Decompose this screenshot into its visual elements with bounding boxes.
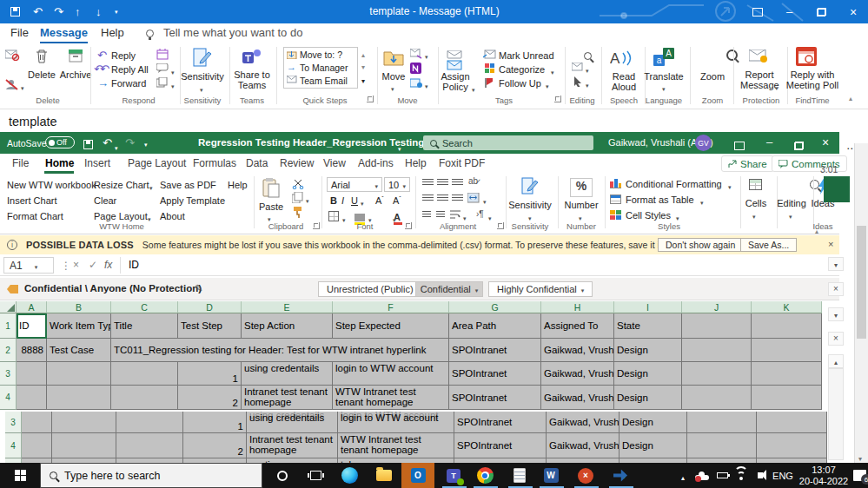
cell[interactable] xyxy=(682,362,752,386)
conditional-formatting-dropdown-arrow[interactable] xyxy=(728,181,732,191)
cell[interactable] xyxy=(752,339,822,362)
tab-help[interactable]: Help xyxy=(101,26,124,39)
cell[interactable]: 2 xyxy=(178,386,242,410)
cell[interactable]: Design xyxy=(614,339,682,362)
tab-foxit-pdf[interactable]: Foxit PDF xyxy=(439,157,485,169)
cell[interactable]: login to WTW account xyxy=(333,362,449,386)
reply-with-meeting-poll-button[interactable]: Reply with Meeting Poll xyxy=(785,69,839,90)
cell[interactable] xyxy=(111,386,178,410)
page-scrollbar[interactable] xyxy=(854,143,868,463)
notepad-button[interactable] xyxy=(506,463,533,488)
tab-home[interactable]: Home xyxy=(45,157,74,169)
cell[interactable]: Design xyxy=(614,362,682,386)
cell[interactable] xyxy=(17,386,47,410)
enter-icon[interactable] xyxy=(89,259,97,271)
junk-icon[interactable] xyxy=(5,78,20,90)
outlook-button-active[interactable]: O xyxy=(401,463,434,488)
wtw-insert-chart[interactable]: Insert Chart xyxy=(7,195,56,206)
quick-step-move-to[interactable]: Move to: ? xyxy=(300,49,342,60)
wtw-format-chart[interactable]: Format Chart xyxy=(7,211,63,221)
read-aloud-button[interactable]: Read Aloud xyxy=(608,71,639,92)
avatar[interactable]: GV xyxy=(695,135,712,151)
cell[interactable]: Assigned To xyxy=(541,313,614,339)
sensitivity-option-highly-confidential[interactable]: Highly Confidential xyxy=(488,281,593,297)
expand-formula-bar-icon[interactable] xyxy=(828,257,844,271)
grow-font-button[interactable]: Aˆ xyxy=(375,195,384,206)
paste-button[interactable]: Paste xyxy=(257,201,285,212)
follow-up-button[interactable]: Follow Up xyxy=(499,78,541,89)
row-header[interactable]: 2 xyxy=(0,339,17,362)
tray-expand-button[interactable] xyxy=(674,463,692,488)
cell[interactable]: Work Item Type xyxy=(47,313,111,339)
merge-dropdown-arrow[interactable] xyxy=(483,195,487,206)
column-header[interactable]: K xyxy=(752,301,822,313)
cell[interactable] xyxy=(682,386,752,410)
cell[interactable] xyxy=(682,339,752,362)
im-dropdown-arrow[interactable] xyxy=(171,66,175,76)
cell[interactable]: SPOIntranet xyxy=(449,339,541,362)
tab-review[interactable]: Review xyxy=(280,157,314,169)
follow-up-dropdown-arrow[interactable] xyxy=(546,80,549,90)
cell[interactable] xyxy=(47,386,111,410)
column-header[interactable]: I xyxy=(614,301,682,313)
cell[interactable] xyxy=(752,313,822,339)
tags-dialog-launcher[interactable] xyxy=(554,96,561,102)
quick-step-to-manager[interactable]: To Manager xyxy=(300,63,348,73)
underline-dropdown-arrow[interactable] xyxy=(361,197,364,208)
fill-color-button[interactable] xyxy=(354,214,365,221)
column-header[interactable]: F xyxy=(333,301,449,313)
ribbon-display-options-icon[interactable] xyxy=(734,138,745,154)
task-view-button[interactable] xyxy=(301,463,330,488)
format-painter-icon[interactable] xyxy=(292,207,303,218)
insert-function-icon[interactable] xyxy=(104,259,112,271)
wtw-apply-template[interactable]: Apply Template xyxy=(160,195,225,206)
cell[interactable]: SPOIntranet xyxy=(454,412,547,433)
quick-steps-scroll-up[interactable] xyxy=(361,49,365,59)
conditional-formatting-button[interactable]: Conditional Formatting xyxy=(626,179,722,189)
quick-step-team-email[interactable]: Team Email xyxy=(300,76,348,86)
volume-tray-icon[interactable] xyxy=(751,463,770,488)
forward-button[interactable]: Forward xyxy=(111,78,146,89)
scroll-down-icon[interactable] xyxy=(828,307,844,321)
column-header[interactable]: G xyxy=(449,301,541,313)
cell[interactable]: SPOIntranet xyxy=(454,433,547,458)
alignment-dialog-launcher[interactable] xyxy=(497,222,504,229)
align-bottom-icon[interactable] xyxy=(452,179,463,187)
tab-help[interactable]: Help xyxy=(405,157,427,169)
minimize-button[interactable]: – xyxy=(766,135,772,148)
row-header[interactable]: 3 xyxy=(0,362,17,386)
font-color-dropdown-arrow[interactable] xyxy=(393,214,396,224)
maximize-button[interactable] xyxy=(817,0,826,23)
chrome-button[interactable] xyxy=(471,463,499,488)
number-button[interactable]: Number xyxy=(561,200,601,210)
wtw-about[interactable]: About xyxy=(160,211,185,221)
cell[interactable]: Gaikwad, Vrushal xyxy=(541,386,614,410)
rules-icon[interactable] xyxy=(410,49,422,59)
merge-center-icon[interactable] xyxy=(467,193,480,203)
translate-dropdown-arrow[interactable] xyxy=(662,82,666,93)
italic-button[interactable]: I xyxy=(341,195,344,206)
close-pane-icon[interactable] xyxy=(828,332,844,346)
paste-icon[interactable] xyxy=(262,178,280,199)
wtw-save-as-pdf[interactable]: Save as PDF xyxy=(160,180,216,190)
cell-styles-button[interactable]: Cell Styles xyxy=(626,210,671,221)
cell[interactable] xyxy=(17,362,47,386)
tab-add-ins[interactable]: Add-ins xyxy=(358,157,394,169)
wtw-help[interactable]: Help xyxy=(228,180,248,190)
cell[interactable]: Title xyxy=(111,313,178,339)
select-all-corner[interactable] xyxy=(0,301,17,313)
im-icon[interactable] xyxy=(156,63,169,73)
report-message-button[interactable]: Report Message xyxy=(740,69,779,90)
quick-steps-dialog-launcher[interactable] xyxy=(367,96,374,102)
restore-button[interactable] xyxy=(794,138,804,154)
collapse-ribbon-icon[interactable] xyxy=(849,92,852,102)
cell[interactable]: SPOIntranet xyxy=(449,362,541,386)
junk-dropdown-arrow[interactable] xyxy=(21,82,24,92)
more-respond-icon[interactable] xyxy=(156,77,168,88)
undo-icon[interactable] xyxy=(33,0,43,23)
word-button[interactable]: W xyxy=(537,463,565,488)
percent-icon[interactable] xyxy=(570,178,593,197)
remote-app-button[interactable]: × xyxy=(572,463,600,488)
edit-sensitivity-icon[interactable] xyxy=(195,282,203,294)
underline-button[interactable]: U xyxy=(351,195,358,206)
